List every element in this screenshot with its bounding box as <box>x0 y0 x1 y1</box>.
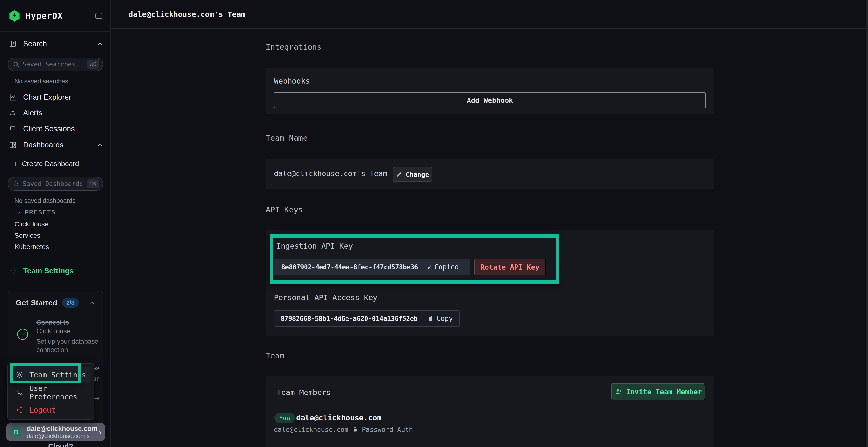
chevron-right-icon: › <box>99 427 101 437</box>
sidebar-item-alerts[interactable]: Alerts <box>9 106 103 120</box>
member-email: dale@clickhouse.com <box>296 413 382 422</box>
presets-toggle[interactable]: PRESETS <box>16 209 56 216</box>
gear-icon <box>9 267 18 275</box>
get-started-title: Get Started <box>16 299 57 307</box>
copy-button[interactable]: Copy <box>428 314 453 322</box>
saved-searches-input-wrap[interactable]: ⌘K <box>8 58 103 71</box>
lock-icon <box>352 427 358 433</box>
sidebar-item-label: Dashboards <box>23 141 63 149</box>
chart-icon <box>9 93 17 101</box>
change-team-name-button[interactable]: Change <box>393 167 432 182</box>
sidebar-item-chart-explorer[interactable]: Chart Explorer <box>9 90 103 105</box>
menu-item-label: User Preferences <box>29 384 90 401</box>
menu-divider <box>8 400 94 400</box>
page-header: dale@clickhouse.com's Team <box>111 0 868 29</box>
main-panel: dale@clickhouse.com's Team Integrations … <box>111 0 868 447</box>
user-plus-icon <box>615 388 622 396</box>
webhooks-label: Webhooks <box>274 77 310 85</box>
webhooks-card: Webhooks Add Webhook <box>266 68 714 114</box>
sidebar-section-search[interactable]: Search <box>9 37 103 51</box>
copy-label: Copy <box>437 314 453 322</box>
logout-icon <box>16 406 24 414</box>
invite-team-member-button[interactable]: Invite Team Member <box>612 383 705 400</box>
preset-kubernetes[interactable]: Kubernetes <box>14 243 49 251</box>
user-gear-icon <box>16 388 24 397</box>
arrow-right-icon[interactable]: → <box>94 392 99 403</box>
sidebar-item-label: Client Sessions <box>23 125 75 133</box>
you-badge: You <box>274 413 295 423</box>
preset-clickhouse[interactable]: ClickHouse <box>14 220 49 228</box>
create-dashboard-label: Create Dashboard <box>22 160 79 168</box>
sidebar-item-client-sessions[interactable]: Client Sessions <box>9 122 103 136</box>
change-button-label: Change <box>406 171 429 178</box>
team-members-label: Team Members <box>277 388 331 397</box>
saved-dashboards-input-wrap[interactable]: ⌘K <box>8 177 103 191</box>
section-title-team-name: Team Name <box>266 133 307 143</box>
team-name-card: dale@clickhouse.com's Team Change <box>266 159 714 189</box>
chevron-up-icon[interactable] <box>96 40 103 47</box>
section-divider <box>266 368 714 368</box>
dashboard-grid-icon <box>9 141 17 149</box>
pencil-icon <box>396 171 402 177</box>
no-saved-searches-text: No saved searches <box>14 77 68 85</box>
menu-item-label: Logout <box>29 406 56 414</box>
auth-method-label: Password Auth <box>362 426 413 433</box>
sidebar-divider <box>0 31 111 32</box>
personal-api-key-label: Personal API Access Key <box>274 293 377 302</box>
magnifier-icon <box>12 180 19 187</box>
sidebar-collapse-button[interactable] <box>94 11 103 20</box>
sidebar-item-team-settings[interactable]: Team Settings <box>9 264 74 278</box>
saved-searches-input[interactable] <box>23 61 87 68</box>
progress-badge: 2/3 <box>62 298 79 308</box>
circle-check-icon <box>17 329 28 340</box>
get-started-header[interactable]: Get Started 2/3 <box>16 298 95 308</box>
laptop-icon <box>9 125 17 133</box>
magnifier-icon <box>12 61 19 68</box>
preset-services[interactable]: Services <box>14 232 40 239</box>
card-divider <box>266 408 714 408</box>
add-webhook-button[interactable]: Add Webhook <box>274 92 706 108</box>
team-settings-label: Team Settings <box>23 267 74 275</box>
no-saved-dashboards-text: No saved dashboards <box>14 197 75 204</box>
section-title-integrations: Integrations <box>266 42 321 51</box>
section-divider <box>266 222 714 222</box>
section-title-api-keys: API Keys <box>266 205 303 214</box>
search-journal-icon <box>9 40 17 48</box>
plus-icon: + <box>13 160 18 168</box>
team-members-card: Team Members Invite Team Member You dale… <box>266 376 714 447</box>
clipped-bottom-text: Cloud? <box>48 442 73 447</box>
scrollbar[interactable] <box>866 0 868 447</box>
shortcut-badge: ⌘K <box>87 179 99 188</box>
user-account-chip[interactable]: D dale@clickhouse.com dale@clickhouse.co… <box>6 423 105 441</box>
sidebar-item-label: Alerts <box>23 109 42 117</box>
personal-api-key-value: 87982668-58b1-4d6e-a620-014a136f52eb <box>281 315 417 322</box>
sidebar-item-dashboards[interactable]: Dashboards <box>9 138 103 152</box>
menu-item-logout[interactable]: Logout <box>11 403 90 417</box>
section-divider <box>266 150 714 150</box>
logo-row: HyperDX <box>9 10 103 22</box>
sidebar-item-label: Chart Explorer <box>23 93 71 102</box>
user-email: dale@clickhouse.com <box>27 425 97 433</box>
chevron-up-icon[interactable] <box>88 299 95 306</box>
annotation-box-team-settings <box>10 363 81 383</box>
team-name-value: dale@clickhouse.com's Team <box>274 169 387 178</box>
bell-icon <box>9 109 17 117</box>
member-details: dale@clickhouse.com Password Auth <box>274 426 413 433</box>
presets-label: PRESETS <box>25 209 56 216</box>
invite-button-label: Invite Team Member <box>626 388 702 396</box>
get-started-item-title: Connect to ClickHouse <box>36 318 101 336</box>
chevron-up-icon[interactable] <box>96 142 103 148</box>
personal-api-key-chip[interactable]: 87982668-58b1-4d6e-a620-014a136f52eb Cop… <box>274 310 460 327</box>
section-divider <box>266 60 714 60</box>
get-started-item-desc: Set up your database connection <box>36 337 109 354</box>
panel-icon <box>94 11 103 20</box>
member-email-sub: dale@clickhouse.com <box>274 426 348 433</box>
create-dashboard-button[interactable]: + Create Dashboard <box>13 160 79 168</box>
get-started-item-connect[interactable]: Connect to ClickHouse Set up your databa… <box>16 318 95 354</box>
shortcut-badge: ⌘K <box>87 60 99 69</box>
clipboard-icon <box>428 315 434 322</box>
saved-dashboards-input[interactable] <box>23 180 87 187</box>
menu-item-user-preferences[interactable]: User Preferences <box>11 385 90 400</box>
chevron-down-icon <box>16 209 22 215</box>
user-team-name: dale@clickhouse.com's <box>27 433 97 440</box>
